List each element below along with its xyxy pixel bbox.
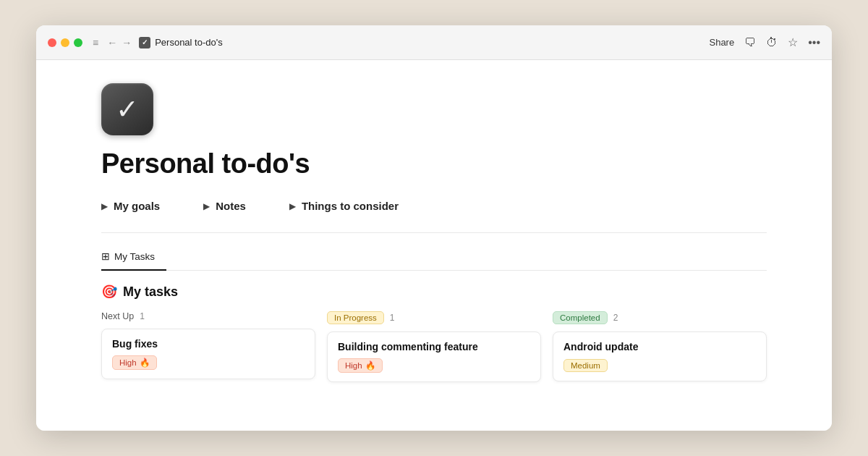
page-title: Personal to-do's bbox=[101, 148, 767, 180]
column-completed: Completed 2 Android update Medium bbox=[553, 311, 767, 382]
section-label: Notes bbox=[216, 200, 246, 212]
forward-button[interactable]: → bbox=[122, 37, 132, 48]
tasks-title: My tasks bbox=[123, 284, 178, 300]
priority-label: Medium bbox=[571, 361, 600, 370]
page-icon: ✓ bbox=[101, 83, 153, 135]
task-card[interactable]: Android update Medium bbox=[553, 332, 767, 381]
title-bar: ≡ ← → Personal to-do's Share 🗨 ⏱ ☆ ••• bbox=[36, 25, 832, 60]
section-things-to-consider[interactable]: ▶ Things to consider bbox=[289, 200, 399, 212]
priority-label: High bbox=[119, 358, 137, 367]
column-badge-inprogress: In Progress bbox=[327, 311, 384, 324]
browser-window: ≡ ← → Personal to-do's Share 🗨 ⏱ ☆ ••• ✓… bbox=[36, 25, 832, 431]
menu-icon[interactable]: ≡ bbox=[93, 37, 98, 48]
comment-icon[interactable]: 🗨 bbox=[744, 36, 756, 49]
minimize-button[interactable] bbox=[61, 38, 69, 47]
column-next-up: Next Up 1 Bug fixes High🔥 bbox=[101, 311, 315, 382]
back-button[interactable]: ← bbox=[107, 37, 117, 48]
share-button[interactable]: Share bbox=[709, 37, 734, 48]
kanban-board: Next Up 1 Bug fixes High🔥 In Progress 1 bbox=[101, 311, 767, 382]
tab-area: Personal to-do's bbox=[139, 37, 709, 48]
history-icon[interactable]: ⏱ bbox=[766, 36, 778, 49]
column-badge-completed: Completed bbox=[553, 311, 608, 324]
section-label: Things to consider bbox=[302, 200, 399, 212]
column-header-completed: Completed 2 bbox=[553, 311, 767, 324]
tasks-emoji: 🎯 bbox=[101, 284, 117, 300]
section-my-goals[interactable]: ▶ My goals bbox=[101, 200, 160, 212]
nav-arrows: ← → bbox=[107, 37, 132, 48]
task-card[interactable]: Building commenting feature High🔥 bbox=[327, 332, 541, 382]
column-count: 1 bbox=[390, 313, 395, 323]
fire-icon: 🔥 bbox=[140, 358, 150, 368]
section-label: My goals bbox=[114, 200, 160, 212]
priority-badge: Medium bbox=[563, 359, 608, 372]
section-notes[interactable]: ▶ Notes bbox=[203, 200, 246, 212]
task-title: Bug fixes bbox=[112, 338, 305, 350]
column-count: 2 bbox=[613, 313, 618, 323]
column-count: 1 bbox=[140, 311, 145, 321]
tab-title: Personal to-do's bbox=[155, 37, 223, 48]
page-content: ✓ Personal to-do's ▶ My goals ▶ Notes ▶ … bbox=[36, 60, 832, 431]
checkmark-icon: ✓ bbox=[116, 93, 139, 125]
tab-nav: ⊞ My Tasks bbox=[101, 245, 767, 271]
more-options-icon[interactable]: ••• bbox=[808, 36, 820, 49]
task-title: Building commenting feature bbox=[338, 341, 530, 352]
star-icon[interactable]: ☆ bbox=[788, 35, 798, 49]
sections-row: ▶ My goals ▶ Notes ▶ Things to consider bbox=[101, 200, 767, 212]
maximize-button[interactable] bbox=[74, 38, 82, 47]
title-bar-actions: Share 🗨 ⏱ ☆ ••• bbox=[709, 35, 820, 49]
close-button[interactable] bbox=[48, 38, 56, 47]
arrow-icon: ▶ bbox=[203, 201, 210, 211]
page-favicon bbox=[139, 37, 150, 48]
column-header-next-up: Next Up 1 bbox=[101, 311, 315, 321]
priority-badge: High🔥 bbox=[112, 355, 157, 370]
arrow-icon: ▶ bbox=[101, 201, 108, 211]
tab-label: My Tasks bbox=[114, 251, 155, 262]
column-in-progress: In Progress 1 Building commenting featur… bbox=[327, 311, 541, 382]
priority-badge: High🔥 bbox=[338, 358, 383, 373]
traffic-lights bbox=[48, 38, 82, 47]
column-header-in-progress: In Progress 1 bbox=[327, 311, 541, 324]
arrow-icon: ▶ bbox=[289, 201, 296, 211]
page-icon-wrapper: ✓ bbox=[101, 83, 767, 135]
task-card[interactable]: Bug fixes High🔥 bbox=[101, 329, 315, 379]
column-label: Next Up bbox=[101, 311, 134, 321]
table-icon: ⊞ bbox=[101, 250, 110, 262]
fire-icon: 🔥 bbox=[365, 360, 375, 371]
priority-label: High bbox=[345, 361, 362, 370]
tasks-section-header: 🎯 My tasks bbox=[101, 284, 767, 300]
tab-my-tasks[interactable]: ⊞ My Tasks bbox=[101, 245, 166, 271]
task-title: Android update bbox=[563, 341, 756, 352]
divider bbox=[101, 232, 767, 233]
